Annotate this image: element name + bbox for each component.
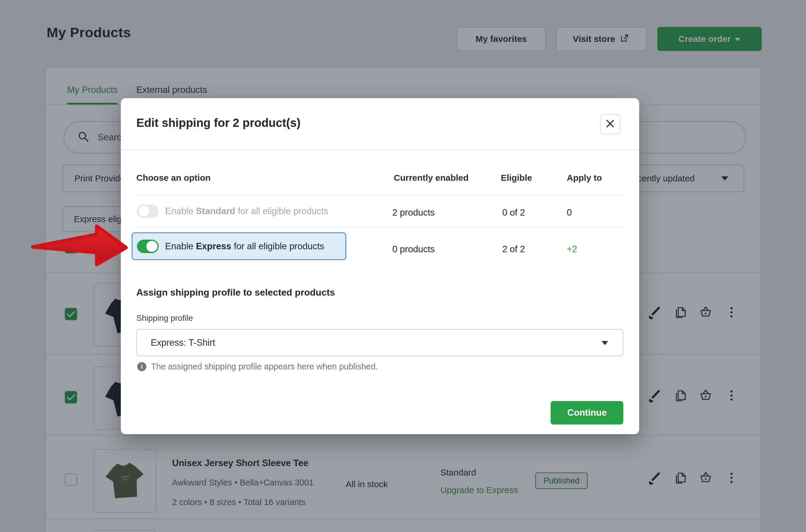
column-apply-to: Apply to: [567, 173, 602, 183]
info-icon: i: [137, 362, 146, 371]
standard-toggle[interactable]: [137, 205, 159, 218]
shipping-profile-label: Shipping profile: [136, 314, 193, 323]
express-eligible: 2 of 2: [502, 244, 525, 254]
table-divider: [136, 227, 623, 228]
selected-profile: Express: T-Shirt: [151, 338, 215, 348]
column-choose-option: Choose an option: [136, 173, 210, 183]
assign-heading: Assign shipping profile to selected prod…: [136, 287, 335, 298]
info-text: The assigned shipping profile appears he…: [151, 362, 378, 372]
close-button[interactable]: [600, 114, 620, 134]
standard-eligible: 0 of 2: [502, 207, 525, 218]
express-apply-to: +2: [567, 244, 577, 254]
standard-apply-to: 0: [567, 207, 572, 218]
continue-button[interactable]: Continue: [551, 401, 623, 424]
standard-currently-enabled: 2 products: [392, 207, 435, 218]
standard-option-row: Enable Standard for all eligible product…: [137, 205, 328, 218]
express-option-row: Enable Express for all eligible products: [132, 232, 346, 260]
red-arrow-annotation: [29, 221, 132, 269]
modal-header-divider: [121, 150, 639, 150]
edit-shipping-modal: Edit shipping for 2 product(s) Choose an…: [121, 98, 639, 434]
app-root: My Products My favorites Visit store Cre…: [0, 0, 806, 532]
toggle-knob: [139, 206, 149, 217]
express-toggle[interactable]: [137, 240, 159, 253]
table-divider: [136, 195, 623, 196]
close-icon: [605, 119, 615, 130]
shipping-profile-select[interactable]: Express: T-Shirt: [136, 329, 623, 356]
express-option-label: Enable Express for all eligible products: [165, 241, 324, 252]
caret-down-icon: [602, 341, 608, 345]
column-currently-enabled: Currently enabled: [394, 173, 469, 183]
express-currently-enabled: 0 products: [392, 244, 435, 254]
modal-title: Edit shipping for 2 product(s): [136, 116, 300, 130]
info-row: i The assigned shipping profile appears …: [137, 362, 378, 372]
column-eligible: Eligible: [501, 173, 532, 183]
standard-option-label: Enable Standard for all eligible product…: [165, 206, 328, 216]
toggle-knob: [146, 241, 158, 252]
